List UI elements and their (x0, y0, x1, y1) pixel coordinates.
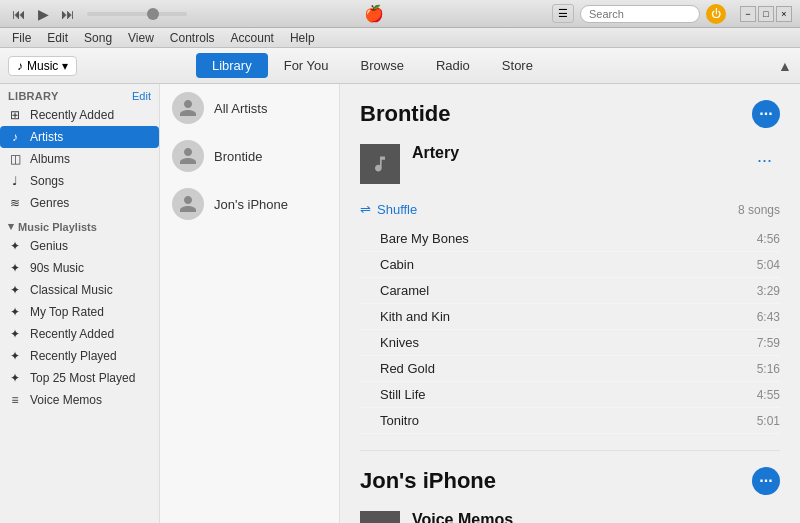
jons-iphone-avatar (172, 188, 204, 220)
menu-file[interactable]: File (4, 31, 39, 45)
track-duration: 4:55 (757, 388, 780, 402)
genres-icon: ≋ (8, 196, 22, 210)
track-bare-my-bones[interactable]: Bare My Bones 4:56 (360, 226, 780, 252)
tab-store[interactable]: Store (486, 53, 549, 78)
search-input[interactable] (580, 5, 700, 23)
sidebar-item-recently-played[interactable]: ✦ Recently Played (0, 345, 159, 367)
artist-item-brontide[interactable]: Brontide (160, 132, 339, 180)
progress-track[interactable] (87, 12, 187, 16)
track-caramel[interactable]: Caramel 3:29 (360, 278, 780, 304)
brontide-avatar (172, 140, 204, 172)
progress-thumb[interactable] (147, 8, 159, 20)
all-artists-item[interactable]: All Artists (160, 84, 339, 132)
sidebar-recently-added-label: Recently Added (30, 108, 114, 122)
all-artists-label: All Artists (214, 101, 267, 116)
top-rated-label: My Top Rated (30, 305, 104, 319)
sidebar-item-artists[interactable]: ♪ Artists (0, 126, 159, 148)
genius-icon: ✦ (8, 239, 22, 253)
airplay-button[interactable]: ▲ (778, 58, 792, 74)
minimize-button[interactable]: − (740, 6, 756, 22)
artery-more-button[interactable]: ... (749, 144, 780, 169)
menu-help[interactable]: Help (282, 31, 323, 45)
tab-library[interactable]: Library (196, 53, 268, 78)
title-bar: ⏮ ▶ ⏭ 🍎 ☰ ⏻ − □ × (0, 0, 800, 28)
library-header-label: Library (8, 90, 59, 102)
voice-memos-art (360, 511, 400, 523)
genius-label: Genius (30, 239, 68, 253)
tab-radio[interactable]: Radio (420, 53, 486, 78)
close-button[interactable]: × (776, 6, 792, 22)
artists-icon: ♪ (8, 130, 22, 144)
source-label: Music (27, 59, 58, 73)
track-knives[interactable]: Knives 7:59 (360, 330, 780, 356)
track-cabin[interactable]: Cabin 5:04 (360, 252, 780, 278)
track-duration: 5:01 (757, 414, 780, 428)
brontide-section: Brontide ··· Artery ... ⇌ Shuffle 8 song… (340, 84, 800, 450)
track-title: Still Life (380, 387, 426, 402)
progress-bar[interactable] (87, 12, 187, 16)
sidebar-item-genius[interactable]: ✦ Genius (0, 235, 159, 257)
sidebar: Library Edit ⊞ Recently Added ♪ Artists … (0, 84, 160, 523)
brontide-shuffle-button[interactable]: ⇌ Shuffle (360, 202, 417, 217)
top-rated-icon: ✦ (8, 305, 22, 319)
shuffle-icon: ⇌ (360, 202, 371, 217)
voice-memos-icon: ≡ (8, 393, 22, 407)
brontide-header: Brontide ··· (360, 100, 780, 128)
play-button[interactable]: ▶ (34, 4, 53, 24)
track-title: Bare My Bones (380, 231, 469, 246)
recently-added-icon: ⊞ (8, 108, 22, 122)
maximize-button[interactable]: □ (758, 6, 774, 22)
sidebar-item-recently-added[interactable]: ⊞ Recently Added (0, 104, 159, 126)
sidebar-item-top-rated[interactable]: ✦ My Top Rated (0, 301, 159, 323)
jons-iphone-name: Jon's iPhone (360, 468, 496, 494)
playlists-header[interactable]: ▾ Music Playlists (0, 214, 159, 235)
nav-tabs: Library For You Browse Radio Store (196, 53, 549, 78)
track-duration: 5:16 (757, 362, 780, 376)
menu-song[interactable]: Song (76, 31, 120, 45)
menu-account[interactable]: Account (223, 31, 282, 45)
jons-iphone-more-button[interactable]: ··· (752, 467, 780, 495)
sidebar-item-recently-added-playlist[interactable]: ✦ Recently Added (0, 323, 159, 345)
fast-forward-button[interactable]: ⏭ (57, 4, 79, 24)
track-tonitro[interactable]: Tonitro 5:01 (360, 408, 780, 434)
sidebar-item-genres[interactable]: ≋ Genres (0, 192, 159, 214)
track-still-life[interactable]: Still Life 4:55 (360, 382, 780, 408)
shuffle-label: Shuffle (377, 202, 417, 217)
classical-label: Classical Music (30, 283, 113, 297)
recently-added-playlist-icon: ✦ (8, 327, 22, 341)
tab-browse[interactable]: Browse (345, 53, 420, 78)
sidebar-item-voice-memos[interactable]: ≡ Voice Memos (0, 389, 159, 411)
menu-icon-button[interactable]: ☰ (552, 4, 574, 23)
source-chevron-icon: ▾ (62, 59, 68, 73)
rewind-button[interactable]: ⏮ (8, 4, 30, 24)
menu-controls[interactable]: Controls (162, 31, 223, 45)
sidebar-item-top-25[interactable]: ✦ Top 25 Most Played (0, 367, 159, 389)
brontide-label: Brontide (214, 149, 262, 164)
menu-view[interactable]: View (120, 31, 162, 45)
track-title: Red Gold (380, 361, 435, 376)
songs-icon: ♩ (8, 174, 22, 188)
jons-iphone-section: Jon's iPhone ··· Voice Memos Voice Memo … (340, 451, 800, 523)
window-controls: − □ × (740, 6, 792, 22)
edit-button[interactable]: Edit (132, 90, 151, 102)
sidebar-item-90s-music[interactable]: ✦ 90s Music (0, 257, 159, 279)
track-duration: 4:56 (757, 232, 780, 246)
sidebar-item-songs[interactable]: ♩ Songs (0, 170, 159, 192)
artist-item-jons-iphone[interactable]: Jon's iPhone (160, 180, 339, 228)
recently-added-playlist-label: Recently Added (30, 327, 114, 341)
90s-music-label: 90s Music (30, 261, 84, 275)
power-button[interactable]: ⏻ (706, 4, 726, 24)
albums-icon: ◫ (8, 152, 22, 166)
sidebar-item-classical[interactable]: ✦ Classical Music (0, 279, 159, 301)
tab-for-you[interactable]: For You (268, 53, 345, 78)
voice-memos-more-button[interactable]: ··· (749, 511, 780, 523)
source-selector[interactable]: ♪ Music ▾ (8, 56, 77, 76)
playlists-arrow-icon: ▾ (8, 220, 14, 233)
sidebar-item-albums[interactable]: ◫ Albums (0, 148, 159, 170)
sidebar-genres-label: Genres (30, 196, 69, 210)
menu-edit[interactable]: Edit (39, 31, 76, 45)
track-kith-and-kin[interactable]: Kith and Kin 6:43 (360, 304, 780, 330)
voice-memos-title: Voice Memos (412, 511, 737, 523)
brontide-more-button[interactable]: ··· (752, 100, 780, 128)
track-red-gold[interactable]: Red Gold 5:16 (360, 356, 780, 382)
